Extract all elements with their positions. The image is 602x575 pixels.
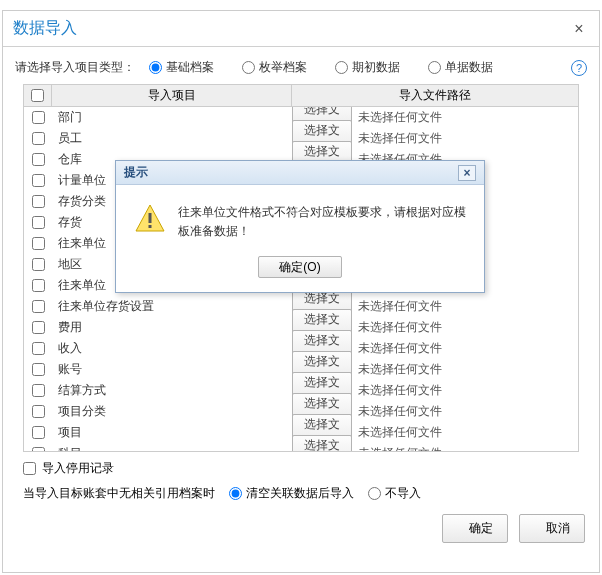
row-checkbox[interactable] <box>32 216 45 229</box>
row-item-name: 员工 <box>52 130 292 147</box>
close-icon[interactable]: × <box>569 19 589 39</box>
pick-file-button[interactable]: 选择文件 <box>292 435 352 453</box>
alert-modal: 提示 × 往来单位文件格式不符合对应模板要求，请根据对应模板准备数据！ 确定(O… <box>115 160 485 293</box>
svg-rect-2 <box>149 225 152 228</box>
missing-ref-label: 当导入目标账套中无相关引用档案时 <box>23 485 215 502</box>
row-checkbox[interactable] <box>32 447 45 452</box>
svg-rect-1 <box>149 213 152 223</box>
radio-bill[interactable]: 单据数据 <box>428 59 493 76</box>
modal-titlebar: 提示 × <box>116 161 484 185</box>
row-item-name: 往来单位存货设置 <box>52 298 292 315</box>
radio-initial-input[interactable] <box>335 61 348 74</box>
row-checkbox[interactable] <box>32 405 45 418</box>
modal-title: 提示 <box>124 164 148 181</box>
row-checkbox[interactable] <box>32 321 45 334</box>
import-stopped-label: 导入停用记录 <box>42 460 114 477</box>
table-header: 导入项目 导入文件路径 <box>24 85 578 107</box>
warning-icon <box>134 203 166 235</box>
modal-ok-button[interactable]: 确定(O) <box>258 256 341 278</box>
cancel-button[interactable]: 取消 <box>519 514 585 543</box>
row-checkbox[interactable] <box>32 300 45 313</box>
radio-skip[interactable]: 不导入 <box>368 485 421 502</box>
row-checkbox[interactable] <box>32 426 45 439</box>
help-icon[interactable]: ? <box>571 60 587 76</box>
row-checkbox[interactable] <box>32 384 45 397</box>
type-option-row: 请选择导入项目类型： 基础档案 枚举档案 期初数据 单据数据 ? <box>3 47 599 84</box>
table-row: 科目选择文件未选择任何文件 <box>24 443 578 452</box>
radio-enum[interactable]: 枚举档案 <box>242 59 307 76</box>
dialog-title: 数据导入 <box>13 18 77 39</box>
row-checkbox[interactable] <box>32 279 45 292</box>
radio-enum-input[interactable] <box>242 61 255 74</box>
row-item-name: 结算方式 <box>52 382 292 399</box>
missing-ref-row: 当导入目标账套中无相关引用档案时 清空关联数据后导入 不导入 <box>3 481 599 510</box>
row-item-name: 费用 <box>52 319 292 336</box>
radio-basic[interactable]: 基础档案 <box>149 59 214 76</box>
modal-close-icon[interactable]: × <box>458 165 476 181</box>
import-stopped-checkbox[interactable] <box>23 462 36 475</box>
row-checkbox[interactable] <box>32 237 45 250</box>
select-all-checkbox[interactable] <box>31 89 44 102</box>
header-checkbox-cell <box>24 85 52 106</box>
row-item-name: 收入 <box>52 340 292 357</box>
row-checkbox[interactable] <box>32 363 45 376</box>
header-item: 导入项目 <box>52 85 292 106</box>
radio-clear[interactable]: 清空关联数据后导入 <box>229 485 354 502</box>
row-checkbox[interactable] <box>32 111 45 124</box>
file-path-text: 未选择任何文件 <box>358 445 442 452</box>
modal-footer: 确定(O) <box>116 251 484 292</box>
radio-clear-input[interactable] <box>229 487 242 500</box>
row-checkbox[interactable] <box>32 174 45 187</box>
type-label: 请选择导入项目类型： <box>15 59 135 76</box>
row-checkbox[interactable] <box>32 153 45 166</box>
type-radio-group: 基础档案 枚举档案 期初数据 单据数据 <box>149 59 503 76</box>
row-checkbox[interactable] <box>32 132 45 145</box>
row-item-name: 项目分类 <box>52 403 292 420</box>
row-item-name: 账号 <box>52 361 292 378</box>
row-checkbox[interactable] <box>32 258 45 271</box>
row-checkbox[interactable] <box>32 195 45 208</box>
dialog-footer: 确定 取消 <box>3 510 599 553</box>
row-item-name: 部门 <box>52 109 292 126</box>
modal-message: 往来单位文件格式不符合对应模板要求，请根据对应模板准备数据！ <box>178 203 466 241</box>
radio-basic-input[interactable] <box>149 61 162 74</box>
stopped-option: 导入停用记录 <box>3 452 599 481</box>
row-checkbox[interactable] <box>32 342 45 355</box>
ok-button[interactable]: 确定 <box>442 514 508 543</box>
row-item-name: 科目 <box>52 445 292 452</box>
modal-body: 往来单位文件格式不符合对应模板要求，请根据对应模板准备数据！ <box>116 185 484 251</box>
radio-skip-input[interactable] <box>368 487 381 500</box>
dialog-titlebar: 数据导入 × <box>3 11 599 47</box>
radio-initial[interactable]: 期初数据 <box>335 59 400 76</box>
row-item-name: 项目 <box>52 424 292 441</box>
radio-bill-input[interactable] <box>428 61 441 74</box>
header-path: 导入文件路径 <box>292 85 578 106</box>
